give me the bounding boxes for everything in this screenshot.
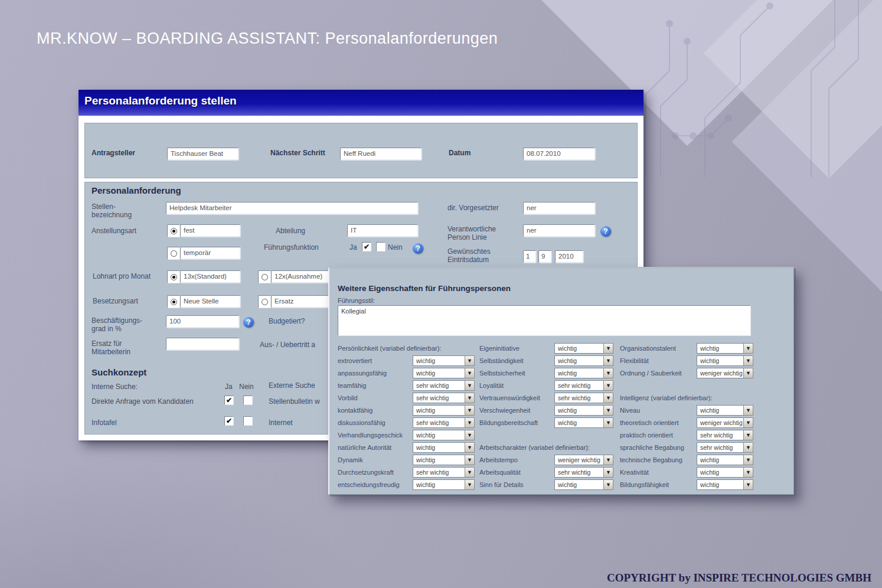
eintritt-tag-input[interactable]: 1 bbox=[523, 250, 536, 263]
chevron-down-icon[interactable]: ▼ bbox=[465, 393, 475, 403]
importance-dropdown[interactable]: wichtig ▼ bbox=[697, 479, 753, 490]
chevron-down-icon[interactable]: ▼ bbox=[465, 355, 475, 366]
importance-dropdown[interactable]: sehr wichtig ▼ bbox=[697, 442, 753, 453]
chevron-down-icon[interactable]: ▼ bbox=[465, 417, 475, 428]
chevron-down-icon[interactable]: ▼ bbox=[603, 393, 613, 403]
chevron-down-icon[interactable]: ▼ bbox=[743, 343, 753, 354]
naechster-schritt-input[interactable]: Neff Ruedi bbox=[340, 148, 422, 160]
importance-dropdown[interactable]: wichtig ▼ bbox=[554, 343, 613, 354]
importance-dropdown[interactable]: sehr wichtig ▼ bbox=[697, 430, 753, 440]
importance-dropdown[interactable]: sehr wichtig ▼ bbox=[554, 467, 613, 478]
property-label: theoretisch orientiert bbox=[620, 419, 697, 426]
chevron-down-icon[interactable]: ▼ bbox=[465, 405, 475, 416]
importance-dropdown[interactable]: wichtig ▼ bbox=[554, 417, 613, 428]
importance-dropdown[interactable]: wichtig ▼ bbox=[697, 343, 753, 354]
fuehrungsstil-textarea[interactable]: Kollegial bbox=[338, 305, 751, 336]
chevron-down-icon[interactable]: ▼ bbox=[743, 355, 753, 366]
importance-dropdown[interactable]: wichtig ▼ bbox=[413, 479, 475, 490]
chevron-down-icon[interactable]: ▼ bbox=[465, 430, 475, 440]
importance-dropdown[interactable]: sehr wichtig ▼ bbox=[554, 380, 613, 391]
chevron-down-icon[interactable]: ▼ bbox=[465, 467, 475, 478]
importance-dropdown[interactable]: wichtig ▼ bbox=[697, 467, 753, 478]
chevron-down-icon[interactable]: ▼ bbox=[743, 430, 753, 440]
chevron-down-icon[interactable]: ▼ bbox=[743, 455, 753, 465]
besetzungsart-neue-stelle-radio[interactable] bbox=[167, 295, 180, 308]
lohnart-13x-value[interactable]: 13x(Standard) bbox=[180, 270, 240, 283]
beschaeftigungsgrad-input[interactable]: 100 bbox=[166, 315, 239, 328]
anstellungsart-temporaer-radio[interactable] bbox=[167, 247, 180, 260]
importance-dropdown[interactable]: wichtig ▼ bbox=[697, 355, 753, 366]
importance-dropdown[interactable]: wichtig ▼ bbox=[554, 355, 613, 366]
importance-dropdown[interactable]: wichtig ▼ bbox=[413, 442, 475, 453]
chevron-down-icon[interactable]: ▼ bbox=[603, 467, 613, 478]
chevron-down-icon[interactable]: ▼ bbox=[743, 405, 753, 416]
importance-dropdown[interactable]: wichtig ▼ bbox=[413, 455, 475, 465]
chevron-down-icon[interactable]: ▼ bbox=[743, 368, 753, 378]
chevron-down-icon[interactable]: ▼ bbox=[743, 442, 753, 453]
chevron-down-icon[interactable]: ▼ bbox=[603, 455, 613, 465]
chevron-down-icon[interactable]: ▼ bbox=[603, 368, 613, 378]
importance-dropdown[interactable]: wichtig ▼ bbox=[413, 430, 475, 440]
importance-dropdown[interactable]: weniger wichtig ▼ bbox=[697, 417, 753, 428]
direkte-anfrage-nein-checkbox[interactable] bbox=[243, 396, 253, 405]
importance-dropdown[interactable]: sehr wichtig ▼ bbox=[413, 380, 475, 391]
chevron-down-icon[interactable]: ▼ bbox=[743, 467, 753, 478]
importance-dropdown[interactable]: wichtig ▼ bbox=[413, 355, 475, 366]
antragsteller-input[interactable]: Tischhauser Beat bbox=[167, 148, 239, 160]
importance-dropdown[interactable]: wichtig ▼ bbox=[697, 405, 753, 416]
chevron-down-icon[interactable]: ▼ bbox=[603, 479, 613, 490]
chevron-down-icon[interactable]: ▼ bbox=[603, 343, 613, 354]
eintritt-jahr-input[interactable]: 2010 bbox=[555, 250, 583, 263]
importance-dropdown[interactable]: weniger wichtig ▼ bbox=[697, 368, 753, 378]
fuehrungsfunktion-nein-checkbox[interactable] bbox=[376, 242, 386, 251]
importance-dropdown[interactable]: wichtig ▼ bbox=[413, 405, 475, 416]
chevron-down-icon[interactable]: ▼ bbox=[743, 417, 753, 428]
besetzungsart-neue-stelle-value[interactable]: Neue Stelle bbox=[180, 295, 240, 308]
fuehrungsfunktion-ja-checkbox[interactable]: ✔ bbox=[362, 242, 371, 251]
dir-vorgesetzter-input[interactable]: ner bbox=[523, 202, 595, 214]
abteilung-input[interactable]: IT bbox=[347, 224, 418, 237]
help-icon[interactable]: ? bbox=[413, 243, 423, 254]
importance-dropdown[interactable]: sehr wichtig ▼ bbox=[413, 417, 475, 428]
eintritt-monat-input[interactable]: 9 bbox=[538, 250, 551, 263]
chevron-down-icon[interactable]: ▼ bbox=[465, 479, 475, 490]
infotafel-nein-checkbox[interactable] bbox=[243, 416, 253, 426]
chevron-down-icon[interactable]: ▼ bbox=[603, 355, 613, 366]
infotafel-ja-checkbox[interactable]: ✔ bbox=[224, 416, 234, 426]
chevron-down-icon[interactable]: ▼ bbox=[465, 455, 475, 465]
datum-input[interactable]: 08.07.2010 bbox=[523, 148, 595, 160]
verantwortliche-input[interactable]: ner bbox=[523, 224, 595, 237]
help-icon[interactable]: ? bbox=[600, 226, 611, 237]
chevron-down-icon[interactable]: ▼ bbox=[465, 380, 475, 391]
importance-dropdown[interactable]: wichtig ▼ bbox=[413, 368, 475, 378]
help-icon[interactable]: ? bbox=[243, 317, 254, 328]
dropdown-value: sehr wichtig bbox=[554, 393, 603, 403]
lohnart-13x-radio[interactable] bbox=[167, 270, 180, 283]
importance-dropdown[interactable]: sehr wichtig ▼ bbox=[554, 393, 613, 403]
importance-dropdown[interactable]: wichtig ▼ bbox=[697, 455, 753, 465]
besetzungsart-ersatz-radio[interactable] bbox=[258, 295, 271, 308]
ersatz-fuer-input[interactable] bbox=[166, 338, 239, 350]
chevron-down-icon[interactable]: ▼ bbox=[743, 479, 753, 490]
chevron-down-icon[interactable]: ▼ bbox=[603, 405, 613, 416]
anstellungsart-fest-radio[interactable] bbox=[167, 224, 180, 237]
besetzungsart-ersatz-value[interactable]: Ersatz bbox=[271, 295, 334, 308]
property-row: Organisationstalent wichtig ▼ bbox=[620, 342, 753, 354]
lohnart-12x-radio[interactable] bbox=[258, 270, 271, 283]
importance-dropdown[interactable]: wichtig ▼ bbox=[554, 368, 613, 378]
importance-dropdown[interactable]: wichtig ▼ bbox=[554, 405, 613, 416]
importance-dropdown[interactable]: weniger wichtig ▼ bbox=[554, 455, 613, 465]
chevron-down-icon[interactable]: ▼ bbox=[465, 442, 475, 453]
chevron-down-icon[interactable]: ▼ bbox=[603, 380, 613, 391]
stellenbezeichnung-input[interactable]: Helpdesk Mitarbeiter bbox=[166, 202, 418, 214]
chevron-down-icon[interactable]: ▼ bbox=[465, 368, 475, 378]
anstellungsart-fest-value[interactable]: fest bbox=[180, 224, 240, 237]
chevron-down-icon[interactable]: ▼ bbox=[603, 417, 613, 428]
importance-dropdown[interactable]: sehr wichtig ▼ bbox=[413, 467, 475, 478]
anstellungsart-temporaer-value[interactable]: temporär bbox=[180, 247, 240, 259]
lohnart-12x-value[interactable]: 12x(Ausnahme) bbox=[271, 270, 334, 283]
importance-dropdown[interactable]: wichtig ▼ bbox=[554, 479, 613, 490]
window-titlebar[interactable]: Personalanforderung stellen bbox=[79, 90, 643, 118]
importance-dropdown[interactable]: sehr wichtig ▼ bbox=[413, 393, 475, 403]
direkte-anfrage-ja-checkbox[interactable]: ✔ bbox=[224, 396, 234, 405]
